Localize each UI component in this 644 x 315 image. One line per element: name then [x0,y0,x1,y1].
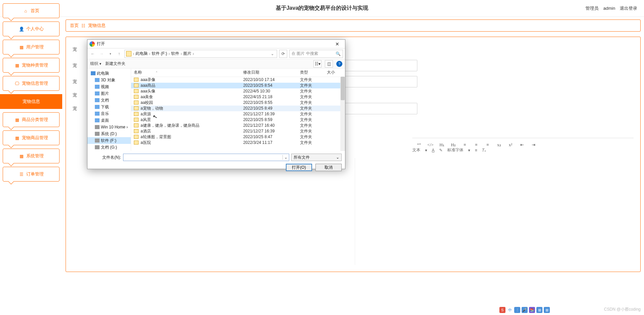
tree-label: 桌面 [101,118,109,123]
font-dropdown[interactable]: 标准字体 [447,147,463,153]
file-list[interactable]: 名称⌃ 修改日期 类型 大小 aaa录像2022/10/10 17:14文件夹a… [131,69,345,151]
tree-item[interactable]: 文档 [87,97,131,104]
tree-item[interactable]: Win 10 Home › [87,124,131,130]
cancel-button[interactable]: 取消 [315,164,342,171]
dialog-titlebar[interactable]: 打开 ✕ [87,40,345,48]
tree-label: 图片 [101,91,109,96]
sidebar-item-3[interactable]: ▦宠物种类管理 [3,58,60,73]
close-icon[interactable]: ✕ [332,41,343,47]
open-button[interactable]: 打开(O) [286,164,312,171]
organize-dropdown[interactable]: 组织 ▼ [90,61,102,67]
tree-label: 3D 对象 [101,77,115,83]
tray-icon[interactable]: ⊞ [536,307,542,313]
tree-item[interactable]: 下载 [87,104,131,110]
folder-icon [134,89,139,93]
crumb-drive[interactable]: 软件 (F:) [152,51,167,56]
sort-icon: ⌃ [155,71,158,74]
file-open-dialog: 打开 ✕ ← → ▾ ↑ › 此电脑› 软件 (F:)› 软件› 图片› ⌄ ⟳… [87,39,345,169]
sidebar-item-8[interactable]: ▦系统管理 [3,149,60,163]
folder-icon [134,112,139,116]
folder-icon [95,105,100,109]
tray-icon[interactable]: S [499,307,505,313]
table-row[interactable]: aaa商品2022/10/25 8:54文件夹 [131,83,345,88]
crumb-pc[interactable]: 此电脑 [136,51,148,56]
sidebar-item-6[interactable]: ▦商品分类管理 [3,112,60,127]
text-dropdown[interactable]: 文本 [412,147,420,153]
tree-item[interactable]: 此电脑 [87,70,131,77]
search-input[interactable]: 在 图片 中搜索 🔍 [289,50,343,58]
new-folder-button[interactable]: 新建文件夹 [105,61,125,67]
col-date[interactable]: 修改日期 [240,69,297,77]
preview-pane-button[interactable]: ◫ [325,60,333,68]
sidebar-item-1[interactable]: 👤个人中心 [3,22,60,36]
tree-item[interactable]: 图片 [87,90,131,97]
scrollbar[interactable] [340,77,345,151]
sidebar-item-5[interactable]: 宠物信息 [0,94,62,109]
dialog-body: 此电脑3D 对象视频图片文档下载音乐桌面Win 10 Home ›系统 (D:)… [87,69,345,151]
table-row[interactable]: aaa录像2022/10/10 17:14文件夹 [131,77,345,83]
path-crumb[interactable]: › 此电脑› 软件 (F:)› 软件› 图片› ⌄ [124,50,277,58]
filename-input[interactable]: ⌄ [123,154,289,161]
sidebar-item-7[interactable]: ▦宠物商品管理 [3,130,60,145]
sidebar-item-2[interactable]: ▦用户管理 [3,40,60,54]
clear-format-button[interactable]: Tₓ [482,148,486,153]
tree-item[interactable]: 软件 (F:) [87,137,131,144]
table-row[interactable]: a医院2022/3/24 11:17文件夹 [131,140,345,146]
table-row[interactable]: aa校园2022/10/25 8:55文件夹 [131,100,345,106]
col-name[interactable]: 名称⌃ [131,69,240,77]
sidebar-item-label: 宠物信息管理 [22,80,48,86]
table-row[interactable]: a风景2022/10/25 8:59文件夹 [131,117,345,123]
align-dropdown[interactable]: ≡ [475,148,477,153]
filetype-dropdown[interactable]: 所有文件 ⌄ [291,154,342,161]
col-type[interactable]: 类型 [297,69,324,77]
tree-item[interactable]: 系统 (D:) [87,130,131,137]
folder-icon [95,85,100,89]
table-row[interactable]: a健康，健身，健身课，健身商品2021/12/27 16:40文件夹 [131,123,345,128]
sidebar-item-0[interactable]: ⌂首页 [3,3,60,18]
crumb-folder1[interactable]: 软件 [171,51,179,56]
tray-icon[interactable]: 🎤 [522,307,528,313]
logout-link[interactable]: 退出登录 [620,6,637,11]
forward-button[interactable]: → [98,50,105,57]
chevron-down-icon[interactable]: ▾ [107,50,114,57]
tree-item[interactable]: 3D 对象 [87,77,131,83]
folder-icon [95,112,100,116]
folder-tree[interactable]: 此电脑3D 对象视频图片文档下载音乐桌面Win 10 Home ›系统 (D:)… [87,69,131,151]
col-size[interactable]: 大小 [324,69,345,77]
scrollbar-thumb[interactable] [341,77,345,100]
table-row[interactable]: aaa头像2022/4/5 10:30文件夹 [131,88,345,94]
table-row[interactable]: a酒店2021/12/27 16:39文件夹 [131,128,345,134]
tree-item[interactable]: 音乐 [87,110,131,117]
drive-icon [95,145,100,149]
tray-icon[interactable]: 📚 [529,307,535,313]
search-icon: 🔍 [336,51,341,56]
view-mode-dropdown[interactable]: ☷▾ [313,60,321,68]
table-row[interactable]: a轮播图，背景图2022/10/25 8:47文件夹 [131,134,345,140]
tray-icon[interactable]: ⊞ [544,307,550,313]
back-button[interactable]: ← [89,50,96,57]
tray-icon[interactable]: ⋮ [514,307,520,313]
table-row[interactable]: aa美食2022/4/15 21:18文件夹 [131,94,345,100]
tree-item[interactable]: 视频 [87,83,131,90]
help-icon[interactable]: ? [336,61,342,67]
breadcrumb-home[interactable]: 首页 [70,23,79,29]
up-button[interactable]: ↑ [116,50,122,57]
sidebar-item-4[interactable]: 🖵宠物信息管理 [3,76,60,91]
folder-icon [95,78,100,82]
tree-item[interactable]: 文档 (G:) [87,144,131,151]
refresh-button[interactable]: ⟳ [279,50,287,58]
tray-icon[interactable]: 中 [507,307,513,313]
table-row[interactable]: a房源2021/12/27 16:39文件夹 [131,111,345,117]
tree-item[interactable]: 桌面 [87,117,131,124]
sidebar-item-9[interactable]: ☰订单管理 [3,167,60,182]
chevron-down-icon[interactable]: ⌄ [269,51,275,56]
fontcolor-button[interactable]: A [432,148,434,153]
highlight-button[interactable]: ✎ [439,148,443,153]
crumb-folder2[interactable]: 图片 [183,51,191,56]
filename-field[interactable] [125,154,281,160]
computer-icon [91,71,96,75]
table-row[interactable]: a宠物，动物2022/10/25 8:49文件夹 [131,106,345,111]
rte-editor-area[interactable] [86,158,634,265]
chevron-down-icon[interactable]: ⌄ [282,155,288,160]
sidebar-item-label: 宠物商品管理 [22,135,48,141]
